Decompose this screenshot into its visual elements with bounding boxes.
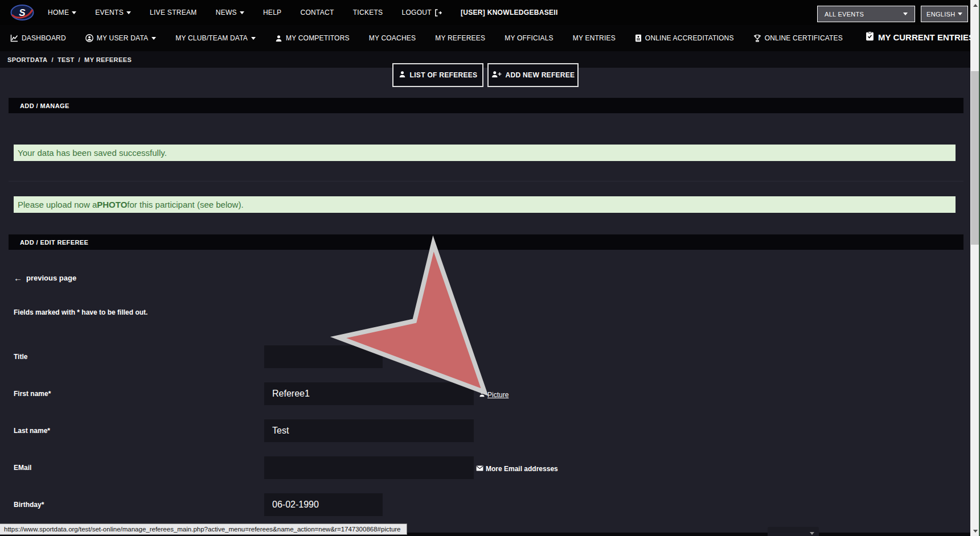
caret-down-icon (151, 37, 156, 42)
nav-item-news[interactable]: NEWS (216, 9, 244, 17)
scrollbar-thumb[interactable] (971, 71, 979, 245)
person-icon (399, 71, 406, 80)
top-menu: HOME EVENTS LIVE STREAM NEWS HELP CONTAC… (48, 0, 558, 25)
subnav-item-my-entries[interactable]: MY ENTRIES (573, 34, 616, 42)
trophy-icon (753, 34, 761, 42)
nav-item-live-stream[interactable]: LIVE STREAM (150, 9, 197, 17)
subnav-item-my-club-team-data[interactable]: MY CLUB/TEAM DATA (175, 34, 256, 42)
breadcrumb-my-referees[interactable]: MY REFEREES (84, 56, 132, 63)
caret-down-icon (958, 13, 962, 18)
person-icon (479, 391, 485, 399)
top-navbar: S HOME EVENTS LIVE STREAM NEWS HELP CONT… (0, 0, 980, 25)
required-fields-note: Fields marked with * have to be filled o… (14, 308, 147, 316)
my-current-entries-button[interactable]: MY CURRENT ENTRIES (866, 25, 974, 49)
nav-item-events[interactable]: EVENTS (95, 9, 131, 17)
birthday-label: Birthday* (14, 501, 44, 509)
list-of-referees-button[interactable]: LIST OF REFEREES (392, 63, 483, 87)
email-input[interactable] (264, 456, 474, 479)
title-label: Title (14, 353, 27, 361)
large-cursor-arrow (319, 228, 501, 404)
secondary-navbar: DASHBOARD MY USER DATA MY CLUB/TEAM DATA… (0, 25, 980, 51)
section-header-add-edit-referee: ADD / EDIT REFEREE (9, 234, 963, 250)
caret-down-icon (72, 11, 76, 17)
nav-item-logout[interactable]: LOGOUT (401, 9, 441, 17)
nav-item-home[interactable]: HOME (48, 9, 76, 17)
caret-down-icon (903, 13, 908, 18)
email-label: EMail (14, 464, 31, 472)
first-name-label: First name* (14, 390, 51, 398)
left-arrow-icon: ← (14, 274, 22, 282)
caret-down-icon (240, 11, 244, 17)
subnav-item-online-certificates[interactable]: ONLINE CERTIFICATES (753, 34, 843, 42)
breadcrumb-separator: / (51, 56, 53, 63)
browser-viewport: S HOME EVENTS LIVE STREAM NEWS HELP CONT… (0, 0, 980, 536)
caret-down-icon (251, 37, 256, 42)
previous-page-link[interactable]: ← previous page (14, 274, 76, 282)
logout-icon (434, 9, 442, 17)
id-badge-icon (635, 34, 642, 42)
language-dropdown[interactable]: ENGLISH (921, 6, 968, 22)
nav-item-contact[interactable]: CONTACT (300, 9, 334, 17)
last-name-input[interactable] (264, 419, 474, 442)
horizontal-divider (9, 181, 963, 182)
birthday-input[interactable] (264, 493, 383, 516)
subnav-item-my-user-data[interactable]: MY USER DATA (85, 34, 156, 42)
person-icon (275, 35, 282, 42)
add-new-referee-button[interactable]: ADD NEW REFEREE (487, 63, 579, 87)
clipboard-check-icon (866, 31, 874, 43)
success-message-saved: Your data has been saved successfully. (14, 145, 956, 161)
title-input[interactable] (264, 345, 383, 368)
info-message-upload-photo: Please upload now a PHOTO for this parti… (14, 196, 956, 213)
nav-item-help[interactable]: HELP (263, 9, 282, 17)
user-circle-icon (85, 34, 93, 42)
subnav-item-my-coaches[interactable]: MY COACHES (369, 34, 416, 42)
all-events-dropdown[interactable]: ALL EVENTS (817, 6, 915, 22)
svg-text:S: S (19, 7, 26, 18)
subnav-item-my-competitors[interactable]: MY COMPETITORS (275, 34, 350, 42)
chart-line-icon (10, 34, 18, 42)
first-name-input[interactable] (264, 382, 474, 405)
nav-item-tickets[interactable]: TICKETS (353, 9, 383, 17)
subnav-item-dashboard[interactable]: DASHBOARD (10, 34, 66, 42)
nav-item-user-account[interactable]: [USER] KNOWLEDGEBASEII (461, 9, 558, 17)
caret-down-icon (973, 530, 978, 535)
caret-down-icon (126, 11, 131, 17)
caret-up-icon (973, 2, 978, 7)
breadcrumb-test[interactable]: TEST (58, 56, 75, 63)
more-email-addresses-link[interactable]: More Email addresses (476, 465, 558, 473)
subnav-item-my-referees[interactable]: MY REFEREES (435, 34, 485, 42)
caret-down-icon (810, 532, 814, 536)
browser-status-url: https://www.sportdata.org/test/set-onlin… (0, 523, 407, 535)
last-name-label: Last name* (14, 427, 50, 435)
section-header-add-manage: ADD / MANAGE (9, 98, 963, 113)
sportdata-logo-icon[interactable]: S (10, 4, 34, 21)
envelope-icon (476, 465, 483, 473)
breadcrumb-separator: / (79, 56, 80, 63)
subnav-item-online-accreditations[interactable]: ONLINE ACCREDITATIONS (635, 34, 734, 42)
subnav-item-my-officials[interactable]: MY OFFICIALS (505, 34, 553, 42)
person-plus-icon (491, 71, 502, 80)
breadcrumb-sportdata[interactable]: SPORTDATA (7, 56, 47, 63)
picture-link[interactable]: Picture (479, 391, 509, 399)
collapsed-bottom-widget[interactable] (768, 527, 819, 536)
